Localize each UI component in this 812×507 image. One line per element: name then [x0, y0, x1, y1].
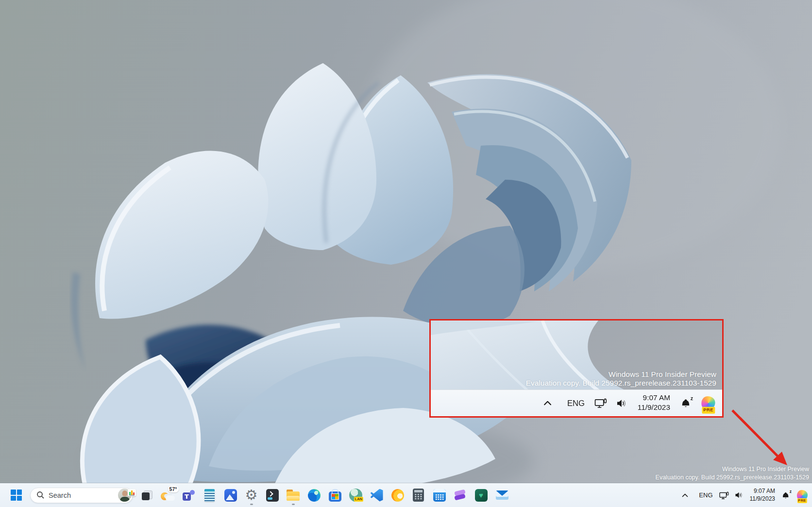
teams-icon [182, 489, 195, 502]
do-not-disturb-z: z [691, 395, 693, 401]
copilot-pre-badge: PRE [797, 498, 807, 503]
inset-copilot: PRE [701, 395, 716, 411]
inset-system-tray: ENG 9:07 A [544, 386, 716, 418]
inset-watermark-line1: Windows 11 Pro Insider Preview [526, 370, 716, 379]
notification-bell-button[interactable]: z [781, 491, 790, 499]
taskbar-icon-calendar[interactable] [429, 484, 450, 507]
start-button[interactable] [6, 484, 27, 507]
inset-volume-button [617, 399, 628, 407]
network-button[interactable] [719, 491, 729, 499]
terminal-icon [266, 489, 279, 502]
wallpaper-bloom [0, 0, 812, 507]
inset-notifications: z [680, 398, 691, 408]
clock-button[interactable]: 9:07 AM 11/9/2023 [750, 488, 776, 503]
taskbar-icon-edge[interactable] [304, 484, 324, 507]
volume-button[interactable] [735, 492, 744, 498]
taskbar-pinned-apps: Search 57° [6, 483, 512, 507]
speaker-icon [617, 399, 628, 407]
network-icon [719, 491, 729, 499]
taskbar-icon-settings[interactable] [241, 484, 262, 507]
taskbar-icon-edge-canary[interactable] [387, 484, 408, 507]
weather-icon: 57° [160, 489, 176, 502]
taskbar-icon-task-view[interactable] [136, 484, 157, 507]
search-placeholder: Search [49, 491, 71, 499]
notepad-icon [204, 489, 215, 502]
bell-icon [781, 491, 790, 499]
taskbar-icon-vscode[interactable] [366, 484, 387, 507]
edge-browser-icon [308, 489, 321, 502]
speaker-icon [735, 492, 744, 498]
windows-logo-icon [11, 490, 22, 501]
search-highlight-button[interactable] [118, 489, 131, 502]
cloud-icon [166, 495, 175, 501]
tray-overflow-button[interactable] [682, 493, 688, 497]
taskbar-icon-clipchamp[interactable] [450, 484, 471, 507]
search-highlight-sticker-icon [128, 489, 136, 496]
weather-temperature: 57° [168, 486, 179, 492]
calendar-icon [433, 489, 446, 502]
task-view-icon [141, 490, 153, 501]
desktop-watermark: Windows 11 Pro Insider Preview Evaluatio… [656, 465, 809, 481]
chevron-up-icon [682, 493, 688, 497]
language-indicator[interactable]: ENG [699, 491, 712, 499]
lan-badge: LAN [354, 497, 363, 502]
settings-gear-icon [244, 488, 259, 503]
mail-icon [496, 490, 508, 500]
watermark-line1: Windows 11 Pro Insider Preview [656, 465, 809, 473]
network-icon [595, 398, 608, 408]
running-indicator [292, 504, 295, 505]
taskbar-icon-photos[interactable] [220, 484, 241, 507]
do-not-disturb-z: z [790, 489, 792, 494]
microsoft-store-icon [329, 489, 341, 502]
tray-time: 9:07 AM [750, 488, 776, 495]
edge-canary-icon [391, 489, 404, 502]
taskbar: Search 57° [0, 483, 812, 507]
inset-taskbar: ENG 9:07 A [431, 389, 722, 416]
running-indicator [250, 504, 253, 505]
inset-tray-chevron [544, 401, 552, 406]
inset-watermark: Windows 11 Pro Insider Preview Evaluatio… [526, 370, 716, 388]
taskbar-icon-microsoft-store[interactable] [324, 484, 345, 507]
taskbar-icon-teams[interactable] [178, 484, 199, 507]
taskbar-icon-terminal[interactable] [262, 484, 283, 507]
taskbar-icon-notepad[interactable] [199, 484, 220, 507]
file-explorer-icon [287, 490, 300, 501]
clipchamp-icon [454, 489, 467, 502]
watermark-line2: Evaluation copy. Build 25992.rs_prerelea… [656, 473, 809, 482]
search-box[interactable]: Search [30, 488, 133, 503]
copilot-button[interactable]: PRE [796, 489, 808, 501]
desktop: Windows 11 Pro Insider Preview Evaluatio… [0, 0, 812, 507]
taskbar-icon-mail[interactable] [491, 484, 512, 507]
calculator-icon [413, 489, 424, 502]
taskbar-icon-calculator[interactable] [408, 484, 429, 507]
photos-icon [224, 489, 237, 502]
family-safety-heart-icon [475, 489, 488, 502]
inset-clock: 9:07 AM 11/9/2023 [638, 393, 670, 413]
system-tray: ENG 9:07 AM 11/9/2023 [682, 483, 808, 507]
taskbar-icon-widgets-weather[interactable]: 57° [157, 484, 178, 507]
taskbar-icon-family-safety[interactable] [471, 484, 491, 507]
search-icon [36, 491, 45, 499]
bell-icon [680, 398, 691, 408]
taskbar-icon-file-explorer[interactable] [283, 484, 304, 507]
inset-date: 11/9/2023 [638, 403, 670, 413]
inset-network-button [595, 398, 608, 408]
lan-app-icon: LAN [349, 489, 362, 502]
taskbar-icon-lan-tool[interactable]: LAN [345, 484, 366, 507]
inset-language-indicator: ENG [567, 398, 585, 407]
zoom-annotation-box: Windows 11 Pro Insider Preview Evaluatio… [429, 319, 724, 418]
chevron-up-icon [544, 401, 552, 406]
tray-date: 11/9/2023 [750, 495, 776, 503]
vscode-icon [371, 489, 383, 502]
inset-time: 9:07 AM [638, 393, 670, 403]
copilot-pre-badge: PRE [702, 407, 715, 413]
